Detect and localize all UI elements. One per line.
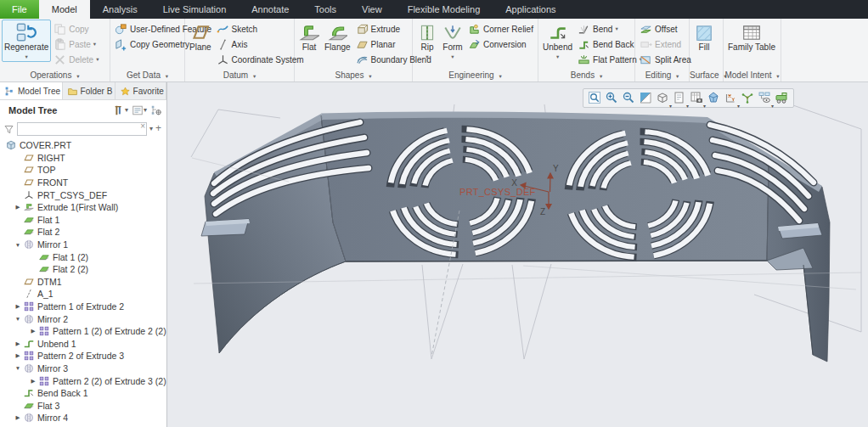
tree-item-bend-back-1[interactable]: Bend Back 1 (0, 387, 166, 400)
add-filter-button[interactable]: + (155, 122, 161, 134)
tree-item-flat-2-2[interactable]: Flat 2 (2) (0, 263, 166, 276)
tab-file[interactable]: File (0, 0, 39, 19)
panel-tab-folder-b[interactable]: Folder B (63, 82, 116, 99)
ribbon-button-flat-pattern[interactable]: Flat Pattern▾ (578, 52, 642, 67)
tree-item-mirror-1[interactable]: ▼Mirror 1 (0, 239, 166, 251)
tree-settings-button[interactable] (150, 104, 162, 116)
tab-flexible-modeling[interactable]: Flexible Modeling (395, 0, 493, 19)
ribbon-button-regenerate[interactable]: Regenerate▾ (2, 20, 51, 62)
panel-tab-favorite[interactable]: Favorite (116, 82, 166, 99)
expander-expanded-icon[interactable]: ▼ (13, 316, 23, 322)
expander-collapsed-icon[interactable]: ▶ (28, 328, 38, 334)
ribbon-group-label-operations[interactable]: Operations ▾ (0, 70, 110, 81)
panel-tab-model-tree[interactable]: Model Tree (0, 82, 63, 99)
ribbon-button-fill[interactable]: Fill (691, 20, 717, 53)
tree-item-pattern-2-of-extrude-3[interactable]: ▶Pattern 2 of Extrude 3 (0, 350, 166, 362)
display-style-button[interactable] (656, 91, 670, 105)
expander-collapsed-icon[interactable]: ▶ (13, 204, 23, 211)
zoom-in-button[interactable] (605, 91, 619, 105)
tree-item-flat-2[interactable]: Flat 2 (0, 226, 166, 239)
tree-item-flat-3[interactable]: Flat 3 (0, 399, 166, 412)
expander-expanded-icon[interactable]: ▼ (13, 242, 23, 248)
tree-item-pattern-1-of-extrude-2[interactable]: ▶Pattern 1 of Extrude 2 (0, 301, 166, 313)
ribbon-group-label-engineering[interactable]: Engineering ▾ (413, 70, 538, 81)
tab-analysis[interactable]: Analysis (90, 0, 150, 19)
tree-item-a-1[interactable]: A_1 (0, 288, 166, 301)
tree-list-button[interactable]: ▾ (132, 104, 147, 116)
dropdown-arrow-icon[interactable]: ▾ (426, 52, 428, 61)
zoom-out-button[interactable] (622, 91, 636, 105)
dropdown-arrow-icon[interactable]: ▾ (144, 106, 147, 114)
expander-collapsed-icon[interactable]: ▶ (13, 414, 23, 421)
ribbon-button-form[interactable]: Form▾ (440, 20, 465, 62)
tree-item-extrude-1-first-wall[interactable]: ▶Extrude 1(First Wall) (0, 201, 166, 214)
dropdown-arrow-icon[interactable]: ▾ (25, 52, 28, 61)
tree-item-pattern-1-2-of-extrude-2-2[interactable]: ▶Pattern 1 (2) of Extrude 2 (2) (0, 325, 166, 338)
clear-filter-icon[interactable]: × (140, 121, 145, 131)
ribbon-group-label-editing[interactable]: Editing ▾ (635, 70, 689, 81)
dropdown-arrow-icon[interactable]: ▾ (451, 52, 454, 61)
ribbon-button-conversion[interactable]: Conversion (468, 37, 533, 52)
axis-display-button[interactable] (724, 91, 738, 105)
tab-applications[interactable]: Applications (493, 0, 568, 19)
tree-item-cover-prt[interactable]: COVER.PRT (0, 139, 166, 152)
datum-display-button[interactable] (707, 91, 721, 105)
spin-center-button[interactable] (741, 91, 755, 105)
dropdown-arrow-icon[interactable]: ▾ (125, 106, 128, 114)
left-tab[interactable] (201, 219, 250, 236)
tree-item-mirror-4[interactable]: ▶Mirror 4 (0, 412, 166, 424)
ribbon-button-offset[interactable]: Offset (640, 21, 691, 37)
tab-live-simulation[interactable]: Live Simulation (150, 0, 240, 19)
view-manager-button[interactable] (690, 91, 704, 105)
ribbon-button-sketch[interactable]: Sketch (217, 21, 304, 37)
expander-collapsed-icon[interactable]: ▶ (13, 352, 23, 359)
simulate-button[interactable] (775, 91, 789, 105)
tree-item-mirror-2[interactable]: ▼Mirror 2 (0, 312, 166, 325)
tree-item-dtm1[interactable]: DTM1 (0, 276, 166, 289)
ribbon-button-rip[interactable]: Rip▾ (414, 20, 440, 62)
expander-collapsed-icon[interactable]: ▶ (28, 378, 38, 385)
saved-orientations-button[interactable] (673, 91, 687, 105)
tab-view[interactable]: View (349, 0, 395, 19)
ribbon-button-coordinate-system[interactable]: Coordinate System (217, 52, 304, 67)
ribbon-button-bend-back[interactable]: Bend Back (578, 37, 642, 52)
ribbon-button-plane[interactable]: Plane (187, 20, 214, 53)
tab-annotate[interactable]: Annotate (239, 0, 302, 19)
tree-item-right[interactable]: RIGHT (0, 152, 166, 165)
model-3d-view[interactable]: PRT_CSYS_DEF X Y Z (167, 82, 867, 427)
zoom-region-button[interactable] (588, 91, 602, 105)
graphics-area[interactable]: PRT_CSYS_DEF X Y Z (167, 82, 868, 427)
dropdown-arrow-icon[interactable]: ▾ (615, 25, 617, 32)
ribbon-button-flange[interactable]: Flange (322, 20, 353, 53)
ribbon-button-family-table[interactable]: Family Table (725, 20, 778, 53)
ribbon-button-bend[interactable]: Bend▾ (578, 21, 642, 37)
ribbon-group-label-datum[interactable]: Datum ▾ (185, 70, 294, 81)
tree-item-top[interactable]: TOP (0, 164, 166, 177)
filter-dropdown-icon[interactable]: ▾ (149, 125, 153, 132)
ribbon-group-label-bends[interactable]: Bends ▾ (538, 70, 634, 81)
ribbon-button-axis[interactable]: Axis (217, 37, 304, 52)
dropdown-arrow-icon[interactable]: ▾ (556, 52, 559, 61)
ribbon-button-split-area[interactable]: Split Area (640, 52, 691, 67)
annotation-display-button[interactable] (758, 91, 772, 105)
expander-collapsed-icon[interactable]: ▶ (13, 303, 23, 310)
tab-tools[interactable]: Tools (302, 0, 349, 19)
refit-button[interactable] (639, 91, 653, 105)
tree-item-unbend-1[interactable]: ▶Unbend 1 (0, 338, 166, 351)
ribbon-group-label-surface[interactable]: Surface ▾ (690, 70, 723, 81)
tree-item-mirror-3[interactable]: ▼Mirror 3 (0, 362, 166, 375)
ribbon-group-label-get-data[interactable]: Get Data ▾ (110, 70, 184, 81)
ribbon-group-label-model-intent[interactable]: Model Intent ▾ (724, 70, 781, 81)
tree-item-front[interactable]: FRONT (0, 177, 166, 189)
tree-item-flat-1-2[interactable]: Flat 1 (2) (0, 250, 166, 263)
top-face[interactable] (321, 114, 769, 261)
ribbon-group-label-shapes[interactable]: Shapes ▾ (295, 70, 412, 81)
tab-model[interactable]: Model (39, 0, 90, 19)
tree-filter-button[interactable]: ▾ (113, 104, 128, 116)
ribbon-button-flat[interactable]: Flat (296, 20, 322, 53)
dropdown-arrow-icon[interactable]: ▾ (96, 56, 99, 63)
expander-collapsed-icon[interactable]: ▶ (13, 340, 23, 347)
expander-expanded-icon[interactable]: ▼ (13, 365, 23, 371)
tree-filter-input[interactable] (17, 122, 147, 136)
tree-item-flat-1[interactable]: Flat 1 (0, 214, 166, 227)
